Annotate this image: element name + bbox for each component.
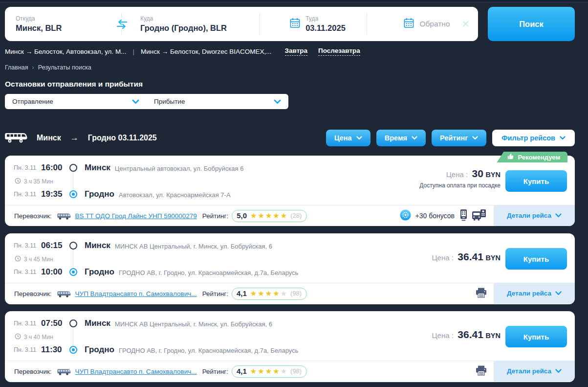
trip-details-button[interactable]: Детали рейса	[494, 283, 575, 304]
trip-card-footer: Перевозчик: ЧУП Владтрансавто п. Самохва…	[5, 283, 575, 304]
tomorrow-link[interactable]: Завтра	[285, 47, 307, 56]
buy-button[interactable]: Купить	[505, 326, 567, 347]
arrival-station: ГРОДНО АВ, г. Гродно, ул. Красноармейска…	[119, 268, 298, 276]
carrier-link[interactable]: BS TT ОДО Грод Лайнс УНП 590000279	[75, 212, 197, 220]
recommended-badge: Рекомендуем	[497, 152, 567, 162]
footer-extras	[476, 361, 487, 382]
carrier-link[interactable]: ЧУП Владтрансавто п. Самохвалович...	[75, 290, 197, 297]
return-date-field[interactable]: Обратно ✕	[367, 7, 478, 41]
footer-extras	[476, 283, 487, 304]
from-value: Минск, BLR	[16, 23, 121, 33]
after-tomorrow-link[interactable]: Послезавтра	[318, 47, 360, 56]
carrier-label: Перевозчик:	[14, 290, 52, 297]
arrival-time: 11:30	[41, 345, 69, 355]
sort-buttons: Цена Время Рейтинг Фильтр рейсов	[326, 130, 575, 146]
buy-button[interactable]: Купить	[505, 170, 567, 192]
bonus-coin-icon	[400, 209, 411, 223]
buy-button[interactable]: Купить	[505, 248, 567, 270]
chevron-down-icon	[472, 136, 478, 140]
departure-stop-dropdown[interactable]: Отправление	[5, 94, 147, 109]
sort-rating-button[interactable]: Рейтинг	[432, 130, 486, 146]
trip-duration: 3 ч 35 Мин	[24, 178, 53, 185]
trip-details-label: Детали рейса	[507, 290, 551, 297]
from-field[interactable]: Откуда Минск, BLR	[5, 7, 121, 41]
departure-time: 06:15	[41, 241, 69, 250]
trip-duration: 3 ч 40 Мин	[24, 334, 53, 341]
to-field[interactable]: Куда Гродно (Гродно), BLR	[122, 7, 260, 41]
arrival-time: 10:00	[41, 267, 69, 277]
reviews-count: (28)	[290, 212, 302, 219]
depart-date-field[interactable]: Туда 03.11.2025	[260, 7, 367, 41]
popular-route-link[interactable]: Минск → Белосток, Автовокзал, ул. М...	[5, 48, 126, 55]
breadcrumb-home[interactable]: Главная	[5, 64, 28, 71]
departure-time: 16:00	[41, 163, 69, 173]
printer-icon[interactable]	[476, 288, 487, 300]
calendar-icon	[404, 18, 414, 30]
price-value: 36.41	[457, 329, 483, 340]
quick-links-row: Минск → Белосток, Автовокзал, ул. М... |…	[5, 47, 360, 56]
stars-empty: ★	[281, 289, 288, 298]
departure-station: МИНСК АВ Центральный, г. Минск, ул. Бобр…	[115, 241, 272, 250]
depart-date-label: Туда	[305, 15, 346, 22]
search-bar: Откуда Минск, BLR Куда Гродно (Гродно), …	[5, 7, 478, 41]
sort-price-button[interactable]: Цена	[326, 130, 370, 146]
arrival-point-icon	[69, 268, 77, 276]
trip-card: Пн. 3.11 16:00 Минск Центральный автовок…	[5, 156, 575, 226]
departure-dropdown-label: Отправление	[12, 98, 53, 105]
departure-city: Минск	[85, 241, 110, 250]
departure-station: МИНСК АВ Центральный, г. Минск, ул. Бобр…	[115, 319, 272, 328]
carrier-link[interactable]: ЧУП Владтрансавто п. Самохвалович...	[75, 368, 197, 375]
popular-route-link[interactable]: Минск → Белосток, Dworzec BIACOMEX,...	[141, 48, 272, 55]
swap-directions-icon[interactable]	[115, 18, 129, 30]
price-value: 30	[472, 168, 483, 179]
clock-icon	[15, 333, 21, 341]
departure-time: 07:50	[41, 319, 69, 328]
clear-dates-icon[interactable]: ✕	[461, 19, 470, 29]
trip-card: Пн. 3.11 07:50 Минск МИНСК АВ Центральны…	[5, 311, 575, 382]
departure-point-icon	[69, 319, 77, 327]
e-ticket-icon	[460, 209, 467, 223]
carrier-bus-icon	[57, 212, 71, 220]
stars-filled: ★★★★	[250, 367, 281, 376]
bus-icon	[5, 130, 28, 146]
sort-time-label: Время	[385, 134, 407, 142]
filter-trips-label: Фильтр рейсов	[501, 134, 555, 142]
trip-card-main: Пн. 3.11 16:00 Минск Центральный автовок…	[5, 156, 575, 205]
printer-icon[interactable]	[476, 365, 487, 378]
sort-price-label: Цена	[334, 134, 352, 142]
arrival-dropdown-label: Прибытие	[154, 98, 185, 105]
chevron-down-icon	[555, 213, 562, 218]
arrival-stop-dropdown[interactable]: Прибытие	[147, 94, 288, 109]
search-button[interactable]: Поиск	[488, 7, 575, 41]
divider: |	[132, 48, 134, 55]
departure-city: Минск	[85, 319, 110, 328]
arrival-point-icon	[69, 346, 77, 354]
price-value: 36.41	[457, 251, 483, 262]
trip-details-button[interactable]: Детали рейса	[494, 361, 575, 382]
price-label: Цена :	[432, 253, 454, 262]
arrival-day: Пн. 3.11	[14, 191, 41, 198]
departure-station: Центральный автовокзал, ул. Бобруйская 6	[115, 163, 244, 172]
route-connector-line	[73, 172, 73, 190]
trip-duration: 3 ч 45 Мин	[24, 256, 53, 263]
from-label: Откуда	[16, 15, 121, 22]
chevron-down-icon	[356, 136, 362, 140]
stars-filled: ★★★★	[250, 289, 281, 298]
breadcrumb-current: Результаты поиска	[38, 64, 91, 71]
trip-details-label: Детали рейса	[507, 367, 551, 375]
trip-card-main: Пн. 3.11 07:50 Минск МИНСК АВ Центральны…	[5, 311, 575, 361]
results-from-city: Минск	[37, 134, 61, 142]
trip-details-button[interactable]: Детали рейса	[494, 205, 575, 226]
rating-label: Рейтинг:	[202, 212, 228, 220]
clock-icon	[15, 178, 21, 185]
arrival-point-icon	[69, 190, 77, 198]
rating-value: 4,1	[237, 289, 247, 297]
rating-badge: 4,1 ★★★★ ★ (98)	[232, 288, 307, 300]
arrival-city: Гродно	[85, 189, 114, 199]
arrival-city: Гродно	[85, 345, 114, 355]
sort-time-button[interactable]: Время	[376, 130, 426, 146]
trip-card-main: Пн. 3.11 06:15 Минск МИНСК АВ Центральны…	[5, 233, 575, 283]
arrival-day: Пн. 3.11	[14, 346, 41, 353]
departure-day: Пн. 3.11	[14, 320, 41, 327]
filter-trips-button[interactable]: Фильтр рейсов	[492, 130, 575, 146]
